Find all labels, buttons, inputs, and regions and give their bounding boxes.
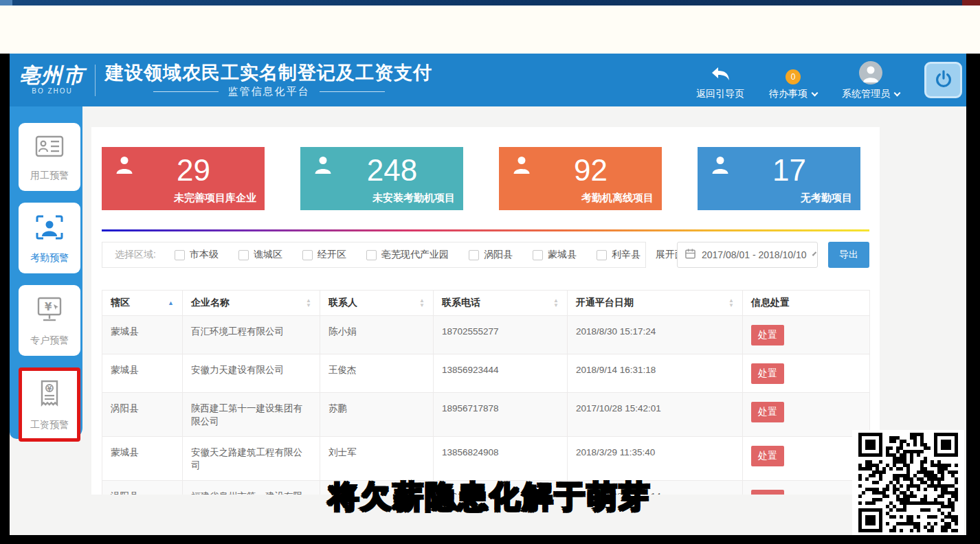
export-button[interactable]: 导出 xyxy=(828,242,869,268)
region-checkbox-label: 蒙城县 xyxy=(548,249,577,261)
cell-contact: 王俊杰 xyxy=(320,354,434,393)
region-checkbox-industrial-park[interactable]: 亳芜现代产业园 xyxy=(361,249,449,261)
title-block: 建设领域农民工实名制登记及工资支付 监管信息化平台 xyxy=(105,63,432,98)
region-checkbox-qiaocheng[interactable]: 谯城区 xyxy=(234,249,282,261)
checkbox-icon xyxy=(533,250,543,260)
column-header-open-date[interactable]: 开通平台日期▲▼ xyxy=(568,291,743,316)
main-content-card: 29 未完善项目库企业 248 未安装考勤机项目 92 考勤机离线项目 xyxy=(91,127,880,495)
sidebar-item-label: 专户预警 xyxy=(30,335,69,347)
sort-icon: ▲▼ xyxy=(419,298,425,308)
handle-button[interactable]: 处置 xyxy=(751,446,784,466)
wage-receipt-icon: ¥ xyxy=(36,379,63,411)
region-checkbox-city-level[interactable]: 市本级 xyxy=(170,249,219,261)
video-subtitle: 将欠薪隐患化解于萌芽 xyxy=(0,477,980,517)
logout-power-button[interactable] xyxy=(924,62,962,98)
cell-company: 百汇环境工程有限公司 xyxy=(183,316,320,354)
city-logo: 亳州市 BO ZHOU xyxy=(16,65,88,95)
avatar xyxy=(859,61,882,84)
person-icon xyxy=(511,155,533,179)
page-subtitle-row: 监管信息化平台 xyxy=(105,85,432,98)
date-range-value: 2017/08/01 - 2018/10/10 xyxy=(702,249,807,260)
person-icon xyxy=(113,155,135,179)
checkbox-icon xyxy=(366,250,377,260)
back-to-guide-button[interactable]: 返回引导页 xyxy=(696,60,744,100)
column-header-phone[interactable]: 联系电话▲▼ xyxy=(434,291,568,316)
cell-phone: 13856923444 xyxy=(434,354,568,393)
checkbox-icon xyxy=(597,250,607,260)
back-to-guide-label: 返回引导页 xyxy=(696,88,744,100)
video-top-bar-left-segment xyxy=(0,0,12,5)
stat-label: 考勤机离线项目 xyxy=(581,192,654,205)
cell-contact: 苏鹏 xyxy=(320,393,434,437)
calendar-icon xyxy=(684,248,696,262)
qr-code-image xyxy=(858,433,958,532)
stat-card-incomplete-projects: 29 未完善项目库企业 xyxy=(102,147,265,210)
region-checkbox-label: 利辛县 xyxy=(612,249,641,261)
cell-district: 蒙城县 xyxy=(102,437,183,481)
sidebar-item-employment-warning[interactable]: 用工预警 xyxy=(19,123,80,191)
region-filter-label: 选择区域: xyxy=(115,249,156,261)
cell-contact: 陈小娟 xyxy=(320,316,434,354)
todo-items-menu[interactable]: 0 待办事项 xyxy=(769,60,817,100)
cell-date: 2018/9/14 16:31:18 xyxy=(568,354,743,393)
stat-card-no-attendance: 17 无考勤项目 xyxy=(698,147,860,210)
cell-date: 2018/8/30 15:17:24 xyxy=(568,316,743,354)
sidebar-item-wage-warning[interactable]: ¥ 工资预警 xyxy=(19,367,80,442)
city-logo-en: BO ZHOU xyxy=(32,87,73,95)
stat-label: 未完善项目库企业 xyxy=(174,192,256,205)
checkbox-icon xyxy=(302,250,313,260)
cell-phone: 18956717878 xyxy=(434,393,568,437)
region-checkbox-label: 涡阳县 xyxy=(484,249,513,261)
table-row: 蒙城县 百汇环境工程有限公司 陈小娟 18702555277 2018/8/30… xyxy=(102,316,870,354)
filter-row: 选择区域: 市本级 谯城区 经开区 亳芜现代产业园 xyxy=(102,242,869,268)
video-top-bar xyxy=(0,0,980,5)
person-icon xyxy=(709,155,731,179)
cell-district: 蒙城县 xyxy=(102,316,183,354)
svg-text:¥: ¥ xyxy=(45,301,52,313)
region-checkbox-mengcheng[interactable]: 蒙城县 xyxy=(528,249,577,261)
page-subtitle: 监管信息化平台 xyxy=(228,85,310,98)
handle-button[interactable]: 处置 xyxy=(751,325,784,345)
sidebar-item-attendance-warning[interactable]: 考勤预警 xyxy=(19,203,80,273)
cell-contact: 刘士军 xyxy=(320,437,434,481)
handle-button[interactable]: 处置 xyxy=(751,363,784,384)
sidebar: 用工预警 考勤预警 ¥ xyxy=(10,106,82,439)
table-row: 涡阳县 陕西建工第十一建设集团有限公司 苏鹏 18956717878 2017/… xyxy=(102,393,870,437)
region-checkbox-label: 亳芜现代产业园 xyxy=(381,249,449,261)
column-header-action: 信息处置 xyxy=(743,291,870,316)
page-title: 建设领域农民工实名制登记及工资支付 xyxy=(105,63,432,83)
checkbox-icon xyxy=(238,250,249,260)
cell-phone: 13856824908 xyxy=(434,437,568,481)
cell-district: 涡阳县 xyxy=(102,393,183,437)
sidebar-item-label: 考勤预警 xyxy=(30,252,69,264)
chevron-down-icon xyxy=(894,89,901,96)
region-checkbox-guoyang[interactable]: 涡阳县 xyxy=(464,249,513,261)
table-row: 蒙城县 安徽天之路建筑工程有限公司 刘士军 13856824908 2018/3… xyxy=(102,437,870,481)
region-checkbox-jingkai[interactable]: 经开区 xyxy=(298,249,346,261)
table-header-row: 辖区▲ 企业名称▲▼ 联系人▲▼ 联系电话▲▼ 开通平台日期▲▼ 信息处置 xyxy=(102,291,870,316)
checkbox-icon xyxy=(175,250,185,260)
video-bottom-bar xyxy=(0,535,980,544)
column-header-contact[interactable]: 联系人▲▼ xyxy=(320,291,434,316)
user-menu[interactable]: 系统管理员 xyxy=(842,60,900,100)
cell-district: 蒙城县 xyxy=(102,354,183,393)
sort-ascending-icon: ▲ xyxy=(168,299,174,306)
date-range-picker[interactable]: 2017/08/01 - 2018/10/10 xyxy=(677,242,818,268)
todo-badge: 0 xyxy=(786,69,801,84)
id-card-icon xyxy=(34,134,65,161)
sidebar-item-account-warning[interactable]: ¥ 专户预警 xyxy=(19,285,80,356)
column-header-company[interactable]: 企业名称▲▼ xyxy=(183,291,320,316)
region-checkbox-lixin[interactable]: 利辛县 xyxy=(592,249,641,261)
header-nav: 返回引导页 0 待办事项 系统管理员 xyxy=(696,60,962,100)
stat-card-machine-offline: 92 考勤机离线项目 xyxy=(499,147,662,210)
cell-company: 陕西建工第十一建设集团有限公司 xyxy=(183,393,320,437)
stat-cards-row: 29 未完善项目库企业 248 未安装考勤机项目 92 考勤机离线项目 xyxy=(102,147,869,210)
monitor-yuan-icon: ¥ xyxy=(34,296,65,326)
power-icon xyxy=(933,69,954,92)
back-arrow-icon xyxy=(710,66,731,84)
sidebar-item-label: 用工预警 xyxy=(30,170,69,182)
stat-label: 无考勤项目 xyxy=(801,192,852,205)
region-checkbox-label: 经开区 xyxy=(318,249,346,261)
handle-button[interactable]: 处置 xyxy=(751,402,784,422)
column-header-district[interactable]: 辖区▲ xyxy=(102,291,183,316)
